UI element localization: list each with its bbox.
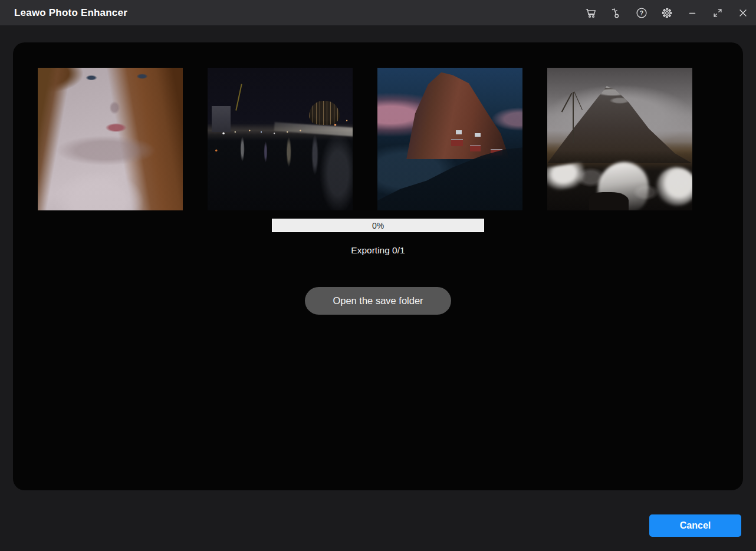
export-status-text: Exporting 0/1 (13, 245, 743, 256)
art-dome (309, 101, 340, 125)
open-save-folder-button[interactable]: Open the save folder (305, 287, 451, 315)
app-window: Leawo Photo Enhancer ? (0, 0, 756, 551)
thumbnail-waterfall-image (547, 68, 692, 210)
minimize-icon[interactable] (685, 6, 699, 20)
close-icon[interactable] (736, 6, 750, 20)
art-crane (235, 84, 242, 110)
thumbnail-fjord-image (377, 68, 522, 210)
app-title: Leawo Photo Enhancer (0, 7, 127, 19)
art-red-cabin (470, 145, 480, 151)
art-tree-branch (561, 93, 573, 113)
export-panel: 0% Exporting 0/1 Open the save folder (13, 42, 743, 490)
thumbnail-harbor-image (208, 68, 353, 210)
export-progress-bar: 0% (272, 219, 484, 232)
maximize-icon[interactable] (711, 6, 725, 20)
svg-text:?: ? (640, 9, 643, 16)
art-building (212, 106, 231, 132)
settings-gear-icon[interactable] (660, 6, 674, 20)
titlebar-actions: ? (584, 0, 750, 25)
art-mountain (377, 68, 522, 159)
art-house (456, 130, 462, 134)
art-tree-branch (574, 91, 583, 110)
help-icon[interactable]: ? (635, 6, 649, 20)
progress-percent-label: 0% (272, 219, 484, 232)
art-boulder (589, 192, 628, 210)
title-bar: Leawo Photo Enhancer ? (0, 0, 756, 25)
thumbnail-row (38, 68, 692, 210)
art-red-cabin (451, 139, 463, 146)
cart-icon[interactable] (584, 6, 598, 20)
art-tree (573, 92, 574, 143)
thumbnail-portrait-image (38, 68, 183, 210)
art-quay (274, 122, 353, 136)
register-key-icon[interactable] (609, 6, 623, 20)
cancel-button[interactable]: Cancel (649, 514, 741, 537)
art-house (475, 133, 481, 137)
